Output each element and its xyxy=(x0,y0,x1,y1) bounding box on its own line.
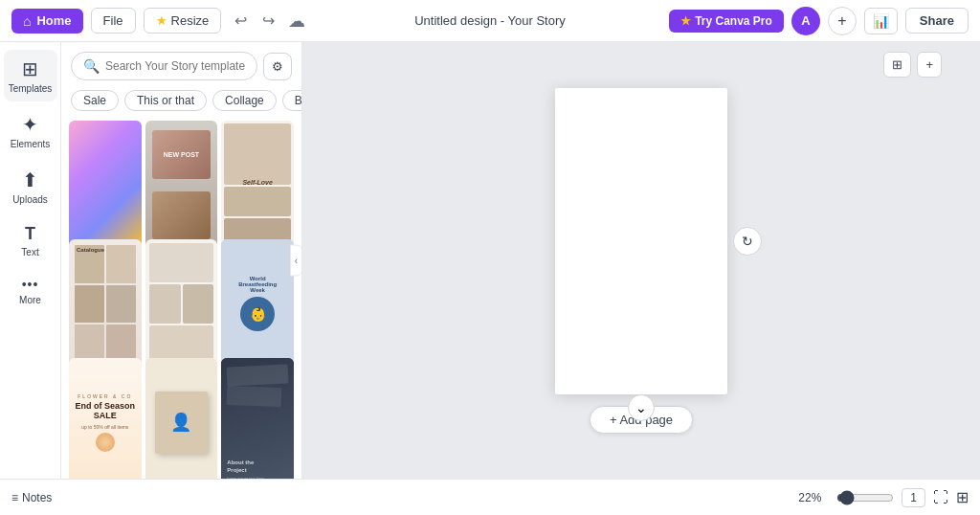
elements-icon: ✦ xyxy=(22,113,38,136)
canvas-refresh-button[interactable]: ↻ xyxy=(733,227,762,256)
text-label: Text xyxy=(21,247,38,258)
template-card[interactable]: 👤 xyxy=(145,358,218,479)
sidebar-item-templates[interactable]: ⊞ Templates xyxy=(4,50,57,101)
share-button[interactable]: Share xyxy=(905,8,969,34)
search-icon: 🔍 xyxy=(83,58,100,74)
bottom-bar: ≡ Notes 22% 1 ⛶ ⊞ xyxy=(0,479,980,515)
canva-pro-label: Try Canva Pro xyxy=(695,14,772,28)
star-canva-icon: ★ xyxy=(680,14,691,28)
templates-panel: 🔍 ⚙ Sale This or that Collage Birthday ›… xyxy=(61,42,302,479)
template-card[interactable]: Self-Love xyxy=(221,121,294,250)
avatar-button[interactable]: A xyxy=(791,7,820,35)
fit-screen-button[interactable]: ⛶ xyxy=(933,489,948,506)
analytics-button[interactable]: 📊 xyxy=(864,8,898,34)
file-button[interactable]: File xyxy=(91,8,136,34)
top-bar: ⌂ Home File ★ Resize ↩ ↪ ☁ Untitled desi… xyxy=(0,0,980,42)
sidebar-item-text[interactable]: T Text xyxy=(4,216,57,265)
expand-button[interactable]: ⌄ xyxy=(628,394,655,421)
bottom-right: 22% 1 ⛶ ⊞ xyxy=(798,488,969,507)
template-card[interactable] xyxy=(145,239,218,369)
canvas-toolbar: ⊞ + xyxy=(883,52,942,78)
tag-bar: Sale This or that Collage Birthday › xyxy=(61,86,301,115)
resize-label: Resize xyxy=(171,13,210,28)
templates-icon: ⊞ xyxy=(22,57,38,80)
tag-collage[interactable]: Collage xyxy=(212,90,277,111)
hide-panel-button[interactable]: ‹ xyxy=(290,245,302,277)
canvas-add-button[interactable]: + xyxy=(917,52,942,78)
template-card[interactable]: WorldBreastfeedingWeek 👶 xyxy=(221,239,294,369)
home-icon: ⌂ xyxy=(23,13,31,29)
canvas-page xyxy=(555,88,727,394)
templates-grid: NEW POST Self-Love xyxy=(61,115,301,479)
zoom-slider[interactable] xyxy=(836,490,894,505)
template-card[interactable] xyxy=(69,121,142,250)
redo-button[interactable]: ↪ xyxy=(256,8,280,34)
template-card[interactable]: NEW POST xyxy=(145,121,218,250)
notes-icon: ≡ xyxy=(11,491,18,504)
template-card[interactable]: About theProject lorem ipsum text here xyxy=(221,358,294,479)
search-input-wrap: 🔍 xyxy=(71,52,257,80)
elements-label: Elements xyxy=(11,139,51,149)
canva-pro-button[interactable]: ★ Try Canva Pro xyxy=(669,10,784,33)
canvas-grid-button[interactable]: ⊞ xyxy=(883,52,911,78)
uploads-icon: ⬆ xyxy=(22,168,38,191)
canvas-area: ⊞ + ↻ + Add page ⌄ xyxy=(302,42,980,479)
notes-button[interactable]: ≡ Notes xyxy=(11,491,52,504)
sidebar-icons: ⊞ Templates ✦ Elements ⬆ Uploads T Text … xyxy=(0,42,61,479)
more-icon: ••• xyxy=(22,277,39,292)
canvas-page-container: ↻ xyxy=(555,88,727,394)
grid-view-button[interactable]: ⊞ xyxy=(956,488,969,506)
page-number-button[interactable]: 1 xyxy=(902,488,925,507)
more-label: More xyxy=(19,295,41,305)
resize-button[interactable]: ★ Resize xyxy=(144,8,222,34)
add-collaborator-button[interactable]: + xyxy=(828,7,857,35)
uploads-label: Uploads xyxy=(12,194,48,205)
text-icon: T xyxy=(25,224,35,244)
sidebar-item-more[interactable]: ••• More xyxy=(4,269,57,313)
tag-birthday[interactable]: Birthday xyxy=(282,90,301,111)
cloud-icon: ☁ xyxy=(288,11,305,32)
tag-this-or-that[interactable]: This or that xyxy=(124,90,207,111)
search-input[interactable] xyxy=(105,59,245,73)
star-icon: ★ xyxy=(156,13,167,28)
tag-sale[interactable]: Sale xyxy=(71,90,119,111)
templates-label: Templates xyxy=(9,83,53,94)
zoom-percent-label: 22% xyxy=(798,491,833,504)
home-button[interactable]: ⌂ Home xyxy=(11,9,83,34)
notes-label: Notes xyxy=(22,491,52,504)
main-area: ⊞ Templates ✦ Elements ⬆ Uploads T Text … xyxy=(0,42,980,479)
template-card[interactable]: FLOWER & CO End of SeasonSALE up to 50% … xyxy=(69,358,142,479)
top-bar-right: ★ Try Canva Pro A + 📊 Share xyxy=(669,7,969,35)
sidebar-item-uploads[interactable]: ⬆ Uploads xyxy=(4,161,57,213)
home-label: Home xyxy=(36,13,71,28)
filter-button[interactable]: ⚙ xyxy=(263,53,292,80)
zoom-controls: 22% xyxy=(798,490,894,505)
undo-button[interactable]: ↩ xyxy=(229,8,253,34)
document-title: Untitled design - Your Story xyxy=(414,13,566,28)
undo-redo-group: ↩ ↪ xyxy=(229,8,280,34)
search-bar: 🔍 ⚙ xyxy=(61,42,301,86)
top-bar-left: ⌂ Home File ★ Resize ↩ ↪ ☁ xyxy=(11,8,305,34)
sidebar-item-elements[interactable]: ✦ Elements xyxy=(4,105,57,157)
template-card[interactable]: Catalogue xyxy=(69,239,142,369)
